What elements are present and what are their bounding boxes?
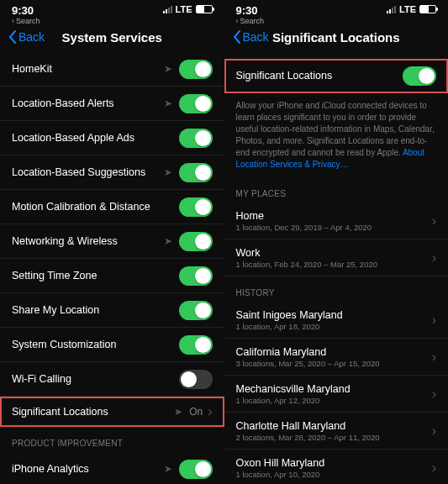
network-label: LTE <box>399 4 416 14</box>
location-arrow-icon: ➤ <box>174 406 182 418</box>
row-suggestions[interactable]: Location-Based Suggestions➤ <box>0 155 224 190</box>
location-arrow-icon: ➤ <box>164 97 172 109</box>
toggle[interactable] <box>179 460 213 479</box>
section-header-improvement: PRODUCT IMPROVEMENT <box>0 427 224 452</box>
location-arrow-icon: ➤ <box>164 463 172 475</box>
row-share-location[interactable]: Share My Location <box>0 293 224 328</box>
chevron-right-icon: › <box>432 460 436 476</box>
section-header-history: HISTORY <box>224 276 449 302</box>
history-item[interactable]: California Maryland3 locations, Mar 25, … <box>224 339 449 376</box>
row-location-alerts[interactable]: Location-Based Alerts➤ <box>0 87 224 121</box>
toggle[interactable] <box>179 94 213 113</box>
row-significant-locations[interactable]: Significant Locations➤On› <box>0 397 224 427</box>
history-item[interactable]: Saint Inigoes Maryland1 location, Apr 18… <box>224 302 449 339</box>
page-title: System Services <box>0 30 224 45</box>
row-networking[interactable]: Networking & Wireless➤ <box>0 224 224 259</box>
status-time: 9:30 <box>236 4 265 17</box>
row-sigloc-toggle[interactable]: Significant Locations <box>224 59 449 93</box>
status-bar: 9:30 ‹ Search LTE <box>0 0 224 25</box>
battery-icon <box>196 5 213 13</box>
nav-bar: Back Significant Locations <box>224 25 449 52</box>
history-item[interactable]: Mechanicsville Maryland1 location, Apr 1… <box>224 376 449 413</box>
section-header-places: MY PLACES <box>224 177 449 203</box>
row-wifi-calling[interactable]: Wi-Fi Calling <box>0 362 224 397</box>
signal-icon <box>163 6 172 13</box>
status-time: 9:30 <box>12 4 40 17</box>
toggle[interactable] <box>179 301 213 320</box>
battery-icon <box>419 5 436 13</box>
history-item[interactable]: Oxon Hill Maryland1 location, Apr 10, 20… <box>224 450 449 484</box>
toggle[interactable] <box>179 129 213 148</box>
toggle[interactable] <box>179 197 213 217</box>
toggle[interactable] <box>179 60 213 79</box>
row-analytics[interactable]: iPhone Analytics➤ <box>0 452 224 484</box>
toggle[interactable] <box>179 370 213 389</box>
status-search-breadcrumb[interactable]: ‹ Search <box>236 17 265 25</box>
sigloc-description: Allow your iPhone and iCloud connected d… <box>224 93 449 177</box>
chevron-right-icon: › <box>208 404 212 419</box>
row-apple-ads[interactable]: Location-Based Apple Ads <box>0 121 224 155</box>
status-search-breadcrumb[interactable]: ‹ Search <box>12 17 40 25</box>
status-bar: 9:30 ‹ Search LTE <box>224 0 449 25</box>
location-arrow-icon: ➤ <box>164 63 172 75</box>
location-arrow-icon: ➤ <box>164 166 172 178</box>
chevron-right-icon: › <box>432 424 436 439</box>
row-homekit[interactable]: HomeKit➤ <box>0 52 224 87</box>
chevron-right-icon: › <box>432 213 436 229</box>
toggle[interactable] <box>179 232 213 251</box>
chevron-right-icon: › <box>432 250 436 266</box>
toggle[interactable] <box>179 266 213 286</box>
toggle[interactable] <box>179 163 213 182</box>
chevron-right-icon: › <box>432 313 436 328</box>
signal-icon <box>387 6 396 13</box>
row-timezone[interactable]: Setting Time Zone <box>0 259 224 293</box>
toggle[interactable] <box>179 335 213 355</box>
place-work[interactable]: Work1 location, Feb 24, 2020 – Mar 25, 2… <box>224 239 449 276</box>
history-item[interactable]: Charlotte Hall Maryland2 locations, Mar … <box>224 413 449 450</box>
nav-bar: Back System Services <box>0 25 224 52</box>
location-arrow-icon: ➤ <box>164 235 172 247</box>
chevron-right-icon: › <box>432 350 436 365</box>
toggle[interactable] <box>403 66 436 86</box>
chevron-right-icon: › <box>432 387 436 402</box>
row-customization[interactable]: System Customization <box>0 328 224 362</box>
row-motion[interactable]: Motion Calibration & Distance <box>0 190 224 224</box>
place-home[interactable]: Home1 location, Dec 29, 2019 – Apr 4, 20… <box>224 203 449 239</box>
page-title: Significant Locations <box>224 30 449 45</box>
network-label: LTE <box>176 4 192 14</box>
